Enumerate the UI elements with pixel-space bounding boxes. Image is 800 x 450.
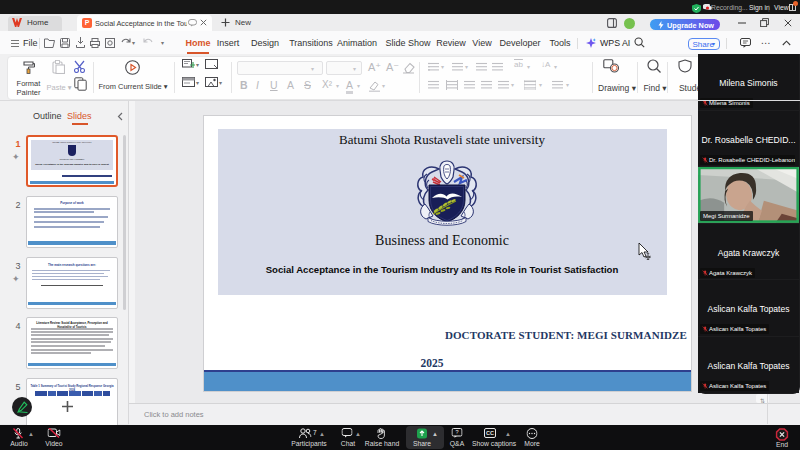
svg-text:CC: CC <box>486 430 494 436</box>
svg-text:?: ? <box>455 429 458 435</box>
